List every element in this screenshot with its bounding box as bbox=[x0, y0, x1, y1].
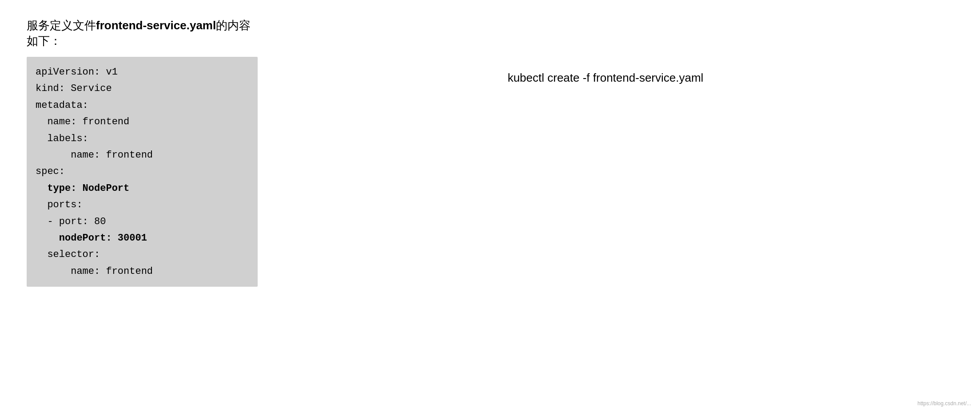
intro-filename: frontend-service.yaml bbox=[96, 19, 216, 32]
intro-prefix: 服务定义文件 bbox=[27, 19, 96, 32]
code-line: name: frontend bbox=[36, 263, 249, 280]
code-line: name: frontend bbox=[36, 147, 249, 163]
code-line: type: NodePort bbox=[36, 180, 249, 197]
kubectl-command: kubectl create -f frontend-service.yaml bbox=[508, 71, 704, 85]
intro-text: 服务定义文件frontend-service.yaml的内容如下： bbox=[27, 18, 258, 49]
code-line: - port: 80 bbox=[36, 213, 249, 230]
code-line: spec: bbox=[36, 163, 249, 180]
code-line: selector: bbox=[36, 246, 249, 263]
code-line: labels: bbox=[36, 130, 249, 147]
code-line: nodePort: 30001 bbox=[36, 230, 249, 246]
code-line: kind: Service bbox=[36, 80, 249, 97]
code-line: metadata: bbox=[36, 97, 249, 114]
code-line: ports: bbox=[36, 197, 249, 213]
page-container: 服务定义文件frontend-service.yaml的内容如下： apiVer… bbox=[27, 18, 953, 287]
right-section: kubectl create -f frontend-service.yaml bbox=[258, 18, 953, 85]
footer-text: https://blog.csdn.net/... bbox=[917, 400, 971, 407]
left-section: 服务定义文件frontend-service.yaml的内容如下： apiVer… bbox=[27, 18, 258, 287]
code-block: apiVersion: v1kind: Servicemetadata: nam… bbox=[27, 57, 258, 287]
code-line: name: frontend bbox=[36, 114, 249, 130]
code-line: apiVersion: v1 bbox=[36, 64, 249, 80]
